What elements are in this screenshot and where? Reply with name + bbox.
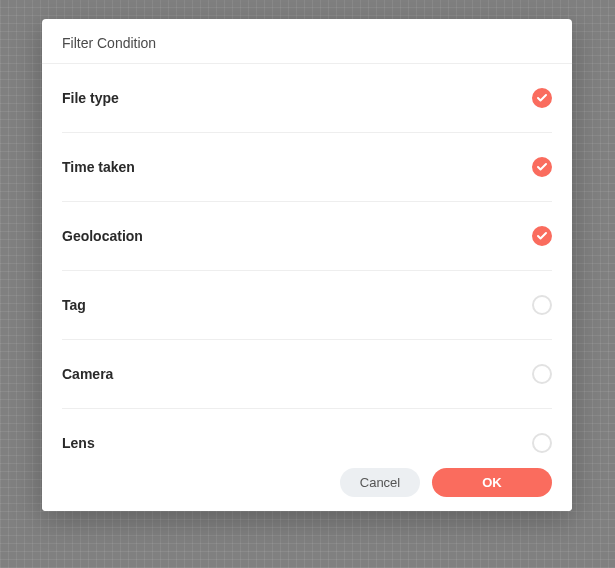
dialog-footer: Cancel OK — [42, 456, 572, 511]
filter-item[interactable]: Camera — [62, 340, 552, 409]
dialog-header: Filter Condition — [42, 19, 572, 64]
filter-item[interactable]: Lens — [62, 409, 552, 456]
filter-item-label: Lens — [62, 435, 95, 451]
filter-item[interactable]: Tag — [62, 271, 552, 340]
checkbox-empty-icon[interactable] — [532, 295, 552, 315]
checkbox-empty-icon[interactable] — [532, 433, 552, 453]
filter-item-label: Tag — [62, 297, 86, 313]
filter-item-label: Time taken — [62, 159, 135, 175]
filter-item-label: Geolocation — [62, 228, 143, 244]
filter-item-label: File type — [62, 90, 119, 106]
cancel-button[interactable]: Cancel — [340, 468, 420, 497]
filter-item[interactable]: File type — [62, 64, 552, 133]
filter-condition-dialog: Filter Condition File typeTime takenGeol… — [42, 19, 572, 511]
checkmark-icon[interactable] — [532, 157, 552, 177]
ok-button[interactable]: OK — [432, 468, 552, 497]
filter-item[interactable]: Geolocation — [62, 202, 552, 271]
filter-item-label: Camera — [62, 366, 113, 382]
checkmark-icon[interactable] — [532, 226, 552, 246]
checkmark-icon[interactable] — [532, 88, 552, 108]
dialog-title: Filter Condition — [62, 35, 552, 51]
checkbox-empty-icon[interactable] — [532, 364, 552, 384]
filter-item[interactable]: Time taken — [62, 133, 552, 202]
dialog-body[interactable]: File typeTime takenGeolocationTagCameraL… — [42, 64, 572, 456]
